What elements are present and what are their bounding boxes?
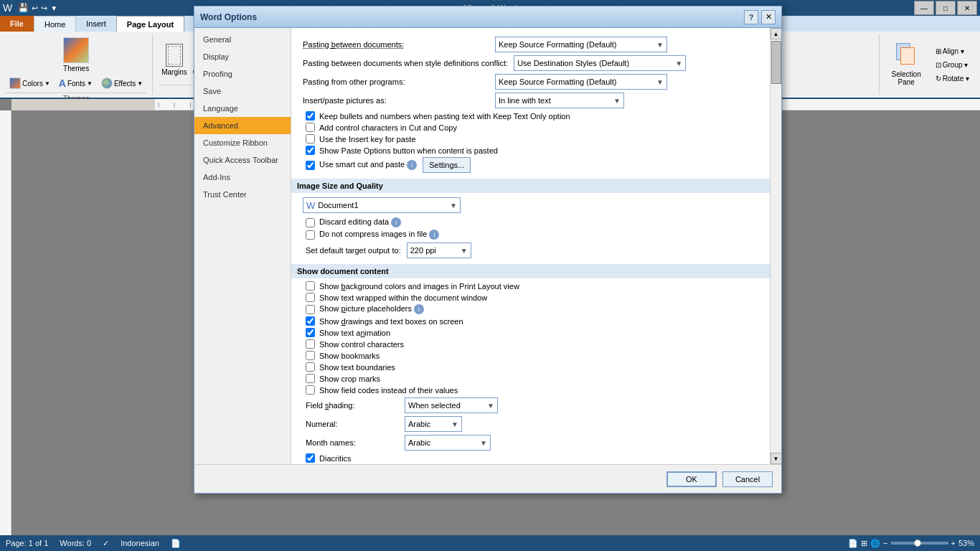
- status-bar: Page: 1 of 1 Words: 0 ✓ Indonesian 📄 📄 ⊞…: [0, 535, 980, 551]
- dialog-help-btn[interactable]: ?: [744, 10, 758, 24]
- scroll-thumb[interactable]: [771, 41, 781, 84]
- tab-file[interactable]: File: [0, 16, 34, 32]
- show-text-animation-checkbox[interactable]: [306, 328, 315, 337]
- view-web-btn[interactable]: 🌐: [870, 539, 880, 548]
- month-names-dropdown[interactable]: Arabic ▼: [405, 435, 491, 451]
- nav-item-proofing[interactable]: Proofing: [194, 65, 291, 83]
- scroll-up-btn[interactable]: ▲: [771, 28, 782, 39]
- scroll-down-btn[interactable]: ▼: [771, 453, 782, 464]
- tab-home[interactable]: Home: [34, 16, 76, 32]
- show-bg-colors-checkbox[interactable]: [306, 281, 315, 291]
- show-crop-marks-label: Show crop marks: [319, 375, 380, 383]
- show-crop-marks-checkbox-row: Show crop marks: [303, 374, 758, 383]
- spell-check-icon[interactable]: ✓: [103, 539, 109, 548]
- keep-bullets-checkbox[interactable]: [306, 111, 315, 121]
- show-drawings-checkbox[interactable]: [306, 316, 315, 326]
- paste-from-programs-row: Pasting from other programs: Keep Source…: [303, 74, 758, 90]
- show-control-chars-checkbox-row: Show control characters: [303, 339, 758, 349]
- tab-insert[interactable]: Insert: [76, 16, 116, 32]
- zoom-slider[interactable]: [891, 542, 948, 545]
- show-picture-placeholders-checkbox[interactable]: [306, 305, 315, 314]
- show-field-codes-checkbox[interactable]: [306, 385, 315, 395]
- discard-info-icon[interactable]: i: [391, 217, 401, 227]
- paste-conflict-dropdown[interactable]: Use Destination Styles (Default) ▼: [514, 55, 686, 71]
- close-btn[interactable]: ✕: [957, 1, 977, 15]
- themes-btn[interactable]: Themes: [60, 34, 92, 75]
- discard-editing-label: Discard editing data i: [319, 217, 401, 227]
- zoom-out-btn[interactable]: −: [883, 539, 887, 547]
- undo-quick-icon[interactable]: ↩: [32, 4, 38, 13]
- smart-cut-info-icon[interactable]: i: [407, 160, 417, 170]
- paste-from-programs-dropdown[interactable]: Keep Source Formatting (Default) ▼: [495, 74, 667, 90]
- dialog-scrollbar[interactable]: ▲ ▼: [770, 28, 781, 464]
- nav-item-language[interactable]: Language: [194, 100, 291, 117]
- minimize-btn[interactable]: —: [914, 1, 934, 15]
- rotate-btn[interactable]: ↻Rotate ▾: [930, 72, 974, 85]
- show-bookmarks-checkbox[interactable]: [306, 351, 315, 360]
- zoom-in-btn[interactable]: +: [951, 539, 956, 547]
- no-compress-info-icon[interactable]: i: [429, 230, 439, 240]
- use-insert-key-checkbox[interactable]: [306, 134, 315, 143]
- zoom-level: 53%: [958, 539, 974, 547]
- discard-editing-checkbox[interactable]: [306, 218, 315, 227]
- nav-item-save[interactable]: Save: [194, 83, 291, 100]
- numeral-dropdown[interactable]: Arabic ▼: [405, 416, 462, 432]
- track-changes-icon[interactable]: 📄: [171, 539, 181, 548]
- insert-paste-pictures-dropdown[interactable]: In line with text ▼: [495, 93, 624, 108]
- view-print-btn[interactable]: 📄: [848, 539, 858, 548]
- nav-item-advanced[interactable]: Advanced: [194, 117, 291, 134]
- nav-item-add-ins[interactable]: Add-Ins: [194, 169, 291, 186]
- language-info[interactable]: Indonesian: [121, 539, 159, 548]
- show-field-codes-checkbox-row: Show field codes instead of their values: [303, 385, 758, 395]
- margins-btn[interactable]: Margins: [159, 41, 190, 79]
- nav-item-customize-ribbon[interactable]: Customize Ribbon: [194, 134, 291, 151]
- target-output-dropdown[interactable]: 220 ppi ▼: [407, 242, 471, 258]
- show-crop-marks-checkbox[interactable]: [306, 374, 315, 383]
- diacritics-checkbox[interactable]: [306, 453, 315, 463]
- colors-btn[interactable]: Colors ▼: [6, 75, 54, 91]
- add-control-chars-checkbox[interactable]: [306, 123, 315, 132]
- show-text-boundaries-checkbox-row: Show text boundaries: [303, 362, 758, 372]
- show-drawings-label: Show drawings and text boxes on screen: [319, 317, 463, 326]
- redo-quick-icon[interactable]: ↪: [41, 4, 47, 13]
- group-btn[interactable]: ⊡Group ▾: [930, 59, 974, 71]
- show-text-wrapped-checkbox[interactable]: [306, 293, 315, 302]
- save-quick-icon[interactable]: 💾: [18, 3, 29, 13]
- show-text-boundaries-checkbox[interactable]: [306, 362, 315, 372]
- use-insert-key-label: Use the Insert key for paste: [319, 135, 416, 143]
- keep-bullets-checkbox-row: Keep bullets and numbers when pasting te…: [303, 111, 758, 121]
- cancel-btn[interactable]: Cancel: [722, 471, 773, 487]
- align-btn[interactable]: ⊞Align ▾: [930, 45, 974, 57]
- diacritics-checkbox-row: Diacritics: [303, 453, 758, 463]
- tab-page-layout[interactable]: Page Layout: [116, 16, 184, 32]
- ok-btn[interactable]: OK: [666, 471, 717, 487]
- nav-item-quick-access[interactable]: Quick Access Toolbar: [194, 151, 291, 169]
- maximize-btn[interactable]: □: [936, 1, 956, 15]
- show-control-chars-checkbox[interactable]: [306, 339, 315, 349]
- show-bookmarks-checkbox-row: Show bookmarks: [303, 351, 758, 360]
- show-drawings-checkbox-row: Show drawings and text boxes on screen: [303, 316, 758, 326]
- dialog-title: Word Options: [200, 12, 257, 22]
- customize-quick-icon[interactable]: ▼: [50, 4, 57, 12]
- fonts-btn[interactable]: A Fonts ▼: [55, 75, 96, 91]
- field-shading-dropdown[interactable]: When selected ▼: [405, 397, 498, 413]
- picture-placeholders-info-icon[interactable]: i: [414, 304, 424, 314]
- no-compress-checkbox[interactable]: [306, 230, 315, 240]
- show-text-animation-checkbox-row: Show text animation: [303, 328, 758, 337]
- image-size-section-header: Image Size and Quality: [291, 179, 770, 193]
- view-fullscreen-btn[interactable]: ⊞: [861, 539, 867, 548]
- show-paste-options-checkbox[interactable]: [306, 146, 315, 155]
- paste-conflict-row: Pasting between documents when style def…: [303, 55, 758, 71]
- nav-item-trust-center[interactable]: Trust Center: [194, 186, 291, 203]
- paste-between-docs-dropdown[interactable]: Keep Source Formatting (Default) ▼: [495, 37, 667, 52]
- settings-btn[interactable]: Settings...: [423, 157, 471, 173]
- effects-btn[interactable]: Effects ▼: [98, 75, 146, 91]
- show-picture-placeholders-label: Show picture placeholders i: [319, 304, 424, 314]
- dialog-close-btn[interactable]: ✕: [761, 10, 776, 24]
- nav-item-display[interactable]: Display: [194, 48, 291, 65]
- show-paste-options-label: Show Paste Options button when content i…: [319, 146, 498, 155]
- use-smart-cut-checkbox[interactable]: [306, 161, 315, 170]
- image-size-doc-dropdown[interactable]: W Document1 ▼: [303, 197, 461, 213]
- selection-pane-btn[interactable]: Selection Pane: [885, 39, 928, 90]
- nav-item-general[interactable]: General: [194, 31, 291, 48]
